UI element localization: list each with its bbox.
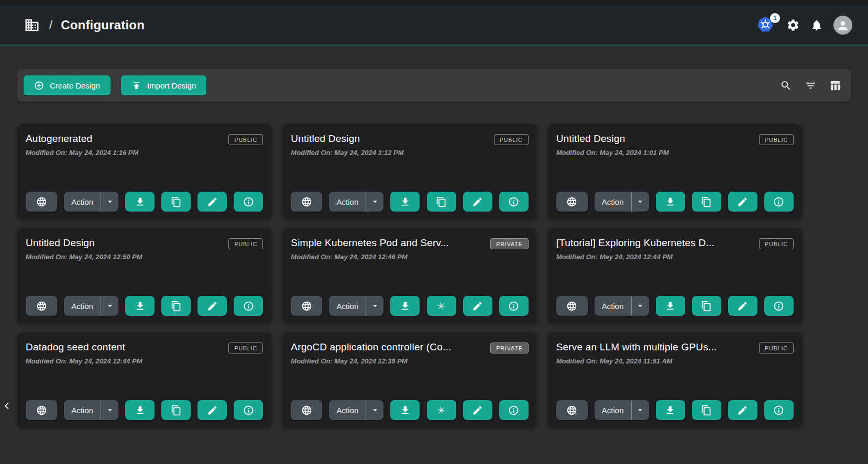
publish-globe-button[interactable]	[26, 296, 57, 316]
visibility-badge: PUBLIC	[759, 134, 794, 145]
user-avatar[interactable]	[833, 16, 852, 35]
action-dropdown-toggle[interactable]	[366, 196, 383, 207]
action-button-label[interactable]: Action	[64, 406, 101, 415]
edit-button[interactable]	[463, 192, 492, 212]
edit-button[interactable]	[197, 192, 227, 212]
edit-button[interactable]	[197, 296, 227, 316]
clone-button[interactable]	[427, 192, 456, 212]
action-dropdown-toggle[interactable]	[632, 405, 649, 415]
settings-gear-icon[interactable]	[786, 18, 800, 32]
clone-button[interactable]	[161, 296, 191, 316]
action-button-label[interactable]: Action	[64, 302, 101, 311]
action-dropdown-toggle[interactable]	[632, 301, 649, 311]
download-button[interactable]	[656, 400, 685, 420]
publish-globe-button[interactable]	[26, 400, 57, 420]
clone-button[interactable]	[161, 400, 191, 420]
card-title: Untitled Design	[556, 133, 625, 145]
avatar-person-icon	[836, 19, 850, 32]
app-header: / Configuration 1	[0, 5, 868, 46]
edit-pencil-icon	[737, 405, 748, 416]
download-button[interactable]	[656, 296, 685, 316]
chevron-down-icon	[105, 301, 115, 311]
action-split-button[interactable]: Action	[64, 400, 118, 420]
action-button-label[interactable]: Action	[329, 302, 366, 311]
create-design-button[interactable]: Create Design	[24, 75, 111, 95]
info-icon	[773, 196, 784, 207]
publish-globe-button[interactable]	[291, 192, 322, 212]
kubernetes-context-button[interactable]: 1	[757, 16, 776, 34]
action-dropdown-toggle[interactable]	[366, 405, 383, 415]
edit-button[interactable]	[197, 400, 227, 420]
pinwheel-icon	[436, 301, 447, 312]
action-dropdown-toggle[interactable]	[366, 301, 383, 311]
action-split-button[interactable]: Action	[64, 296, 118, 316]
action-split-button[interactable]: Action	[64, 192, 118, 212]
action-button-label[interactable]: Action	[595, 406, 631, 415]
clone-button[interactable]	[692, 400, 721, 420]
download-button[interactable]	[390, 296, 420, 316]
publish-globe-button[interactable]	[556, 400, 588, 420]
info-button[interactable]	[764, 296, 794, 316]
action-split-button[interactable]: Action	[329, 192, 383, 212]
publish-globe-button[interactable]	[556, 296, 588, 316]
edit-button[interactable]	[728, 400, 757, 420]
clone-button[interactable]	[692, 192, 721, 212]
info-icon	[243, 196, 254, 207]
publish-globe-button[interactable]	[26, 192, 57, 212]
info-button[interactable]	[234, 296, 263, 316]
info-button[interactable]	[499, 400, 529, 420]
download-icon	[135, 196, 146, 207]
configuration-content: Create Design Import Design Autogenerate…	[0, 69, 868, 427]
action-split-button[interactable]: Action	[329, 296, 383, 316]
import-design-button[interactable]: Import Design	[121, 75, 206, 95]
action-dropdown-toggle[interactable]	[101, 301, 118, 311]
publish-globe-button[interactable]	[291, 400, 322, 420]
clone-button[interactable]	[161, 192, 191, 212]
download-button[interactable]	[390, 400, 420, 420]
sidebar-collapse-chevron[interactable]	[0, 398, 14, 414]
design-pinwheel-button[interactable]	[427, 296, 456, 316]
info-icon	[508, 301, 519, 312]
action-dropdown-toggle[interactable]	[632, 196, 649, 207]
action-button-label[interactable]: Action	[329, 197, 366, 206]
info-button[interactable]	[764, 192, 794, 212]
edit-button[interactable]	[728, 192, 757, 212]
edit-button[interactable]	[463, 296, 492, 316]
organization-building-icon[interactable]	[24, 17, 40, 33]
action-button-label[interactable]: Action	[595, 197, 631, 206]
action-split-button[interactable]: Action	[595, 296, 649, 316]
info-button[interactable]	[499, 192, 529, 212]
action-split-button[interactable]: Action	[595, 400, 649, 420]
chevron-down-icon	[370, 301, 380, 311]
download-button[interactable]	[125, 296, 155, 316]
download-button[interactable]	[656, 192, 685, 212]
download-button[interactable]	[390, 192, 420, 212]
table-view-icon[interactable]	[829, 80, 841, 92]
filter-icon[interactable]	[805, 80, 817, 92]
action-button-label[interactable]: Action	[595, 302, 631, 311]
notifications-bell-icon[interactable]	[810, 19, 823, 31]
chevron-down-icon	[635, 301, 645, 311]
design-pinwheel-button[interactable]	[427, 400, 456, 420]
download-button[interactable]	[125, 192, 155, 212]
info-button[interactable]	[234, 192, 263, 212]
clone-icon	[171, 196, 182, 207]
action-dropdown-toggle[interactable]	[101, 405, 118, 415]
publish-globe-button[interactable]	[291, 296, 322, 316]
download-icon	[400, 196, 411, 207]
info-button[interactable]	[764, 400, 794, 420]
action-button-label[interactable]: Action	[329, 406, 366, 415]
info-button[interactable]	[499, 296, 529, 316]
action-dropdown-toggle[interactable]	[101, 196, 118, 207]
edit-button[interactable]	[728, 296, 757, 316]
info-button[interactable]	[234, 400, 263, 420]
modified-on: Modified On: May 24, 2024 12:44 PM	[556, 253, 794, 261]
edit-button[interactable]	[463, 400, 492, 420]
action-split-button[interactable]: Action	[329, 400, 383, 420]
action-button-label[interactable]: Action	[64, 197, 101, 206]
publish-globe-button[interactable]	[556, 192, 588, 212]
search-icon[interactable]	[780, 80, 792, 92]
clone-button[interactable]	[692, 296, 721, 316]
download-button[interactable]	[125, 400, 155, 420]
action-split-button[interactable]: Action	[595, 192, 649, 212]
